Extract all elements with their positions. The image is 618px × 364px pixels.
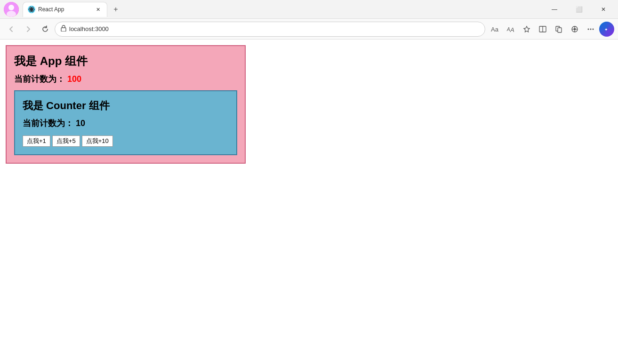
counter-count-value: 10	[76, 119, 85, 128]
svg-text:A: A	[506, 27, 510, 32]
back-button[interactable]	[4, 22, 19, 37]
close-button[interactable]: ✕	[593, 2, 614, 17]
tab-close-button[interactable]: ✕	[94, 5, 102, 14]
refresh-button[interactable]	[38, 22, 53, 37]
read-aloud-button[interactable]: Aa	[487, 22, 502, 37]
counter-buttons-group: 点我+1 点我+5 点我+10	[23, 135, 229, 147]
address-bar[interactable]: localhost:3000	[55, 22, 485, 37]
app-component-title: 我是 App 组件	[14, 54, 237, 69]
browser-window: React App ✕ + — ⬜ ✕ localhost:3000	[0, 0, 618, 364]
collections-button[interactable]	[551, 22, 566, 37]
svg-text:Aa: Aa	[491, 26, 499, 33]
svg-rect-8	[61, 28, 66, 32]
page-content: 我是 App 组件 当前计数为： 100 我是 Counter 组件 当前计数为…	[0, 40, 618, 364]
svg-point-24	[590, 28, 592, 30]
increment-10-button[interactable]: 点我+10	[82, 135, 113, 147]
active-tab[interactable]: React App ✕	[23, 2, 107, 17]
extensions-button[interactable]	[567, 22, 582, 37]
svg-point-1	[8, 5, 14, 10]
svg-point-23	[588, 28, 589, 30]
favorites-button[interactable]	[519, 22, 534, 37]
toolbar-right-actions: Aa AA	[487, 22, 614, 37]
lock-icon	[61, 25, 66, 33]
minimize-button[interactable]: —	[544, 2, 565, 17]
new-tab-button[interactable]: +	[109, 3, 122, 16]
app-count-value: 100	[67, 74, 81, 84]
svg-point-18	[574, 28, 576, 30]
app-component-box: 我是 App 组件 当前计数为： 100 我是 Counter 组件 当前计数为…	[6, 45, 246, 164]
increment-5-button[interactable]: 点我+5	[52, 135, 80, 147]
increment-1-button[interactable]: 点我+1	[23, 135, 50, 147]
svg-text:✦: ✦	[604, 27, 608, 32]
forward-button[interactable]	[21, 22, 36, 37]
title-bar: React App ✕ + — ⬜ ✕	[0, 0, 618, 19]
counter-count-line: 当前计数为： 10	[23, 118, 229, 129]
svg-point-25	[593, 28, 594, 30]
app-count-label: 当前计数为：	[14, 74, 65, 84]
profile-avatar[interactable]	[4, 2, 19, 17]
navigation-toolbar: localhost:3000 Aa AA	[0, 19, 618, 40]
counter-component-title: 我是 Counter 组件	[23, 99, 229, 113]
svg-text:A: A	[510, 26, 514, 33]
svg-marker-12	[524, 26, 530, 32]
maximize-button[interactable]: ⬜	[568, 2, 590, 17]
window-controls: — ⬜ ✕	[544, 2, 614, 17]
counter-count-label: 当前计数为：	[23, 119, 73, 128]
app-count-line: 当前计数为： 100	[14, 73, 237, 85]
svg-rect-16	[558, 28, 562, 32]
font-size-button[interactable]: AA	[503, 22, 518, 37]
tab-favicon	[28, 6, 35, 13]
split-screen-button[interactable]	[535, 22, 550, 37]
counter-component-box: 我是 Counter 组件 当前计数为： 10 点我+1 点我+5 点我+10	[14, 90, 237, 155]
tab-title: React App	[38, 6, 91, 13]
address-text: localhost:3000	[69, 25, 479, 32]
copilot-button[interactable]: ✦	[599, 22, 614, 37]
more-options-button[interactable]	[583, 22, 598, 37]
